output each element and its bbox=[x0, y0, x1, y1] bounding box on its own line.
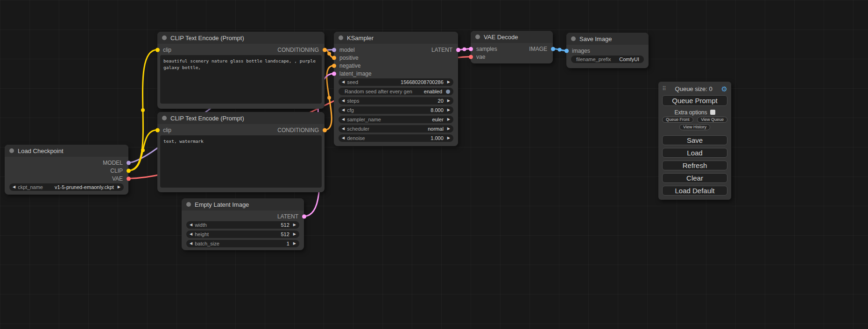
decrement-arrow-icon[interactable]: ◀ bbox=[342, 108, 345, 112]
queue-front-button[interactable]: Queue Front bbox=[662, 117, 693, 123]
node-load-checkpoint[interactable]: Load Checkpoint MODEL CLIP VAE ◀ ckpt_na… bbox=[5, 145, 128, 195]
load-default-button[interactable]: Load Default bbox=[662, 186, 727, 196]
node-title-bar[interactable]: Empty Latent Image bbox=[182, 198, 304, 210]
output-port-conditioning[interactable] bbox=[323, 128, 327, 132]
input-port-samples[interactable] bbox=[469, 47, 473, 51]
save-button[interactable]: Save bbox=[662, 135, 727, 145]
input-port-clip[interactable] bbox=[155, 128, 160, 132]
output-port-model[interactable] bbox=[127, 161, 131, 165]
node-title: Load Checkpoint bbox=[18, 147, 64, 154]
wire-clip-to-positive[interactable] bbox=[128, 50, 157, 171]
output-label-latent: LATENT bbox=[277, 213, 298, 220]
node-clip-text-encode-negative[interactable]: CLIP Text Encode (Prompt) clip CONDITION… bbox=[157, 112, 325, 192]
widget-random-seed-toggle[interactable]: Random seed after every gen enabled bbox=[339, 88, 453, 95]
output-port-latent[interactable] bbox=[302, 214, 306, 218]
widget-ckpt-name[interactable]: ◀ ckpt_name v1-5-pruned-emaonly.ckpt ▶ bbox=[9, 183, 124, 191]
load-button[interactable]: Load bbox=[662, 148, 727, 158]
wire-clip-to-negative[interactable] bbox=[128, 130, 157, 171]
node-title-bar[interactable]: Load Checkpoint bbox=[5, 145, 128, 157]
view-queue-button[interactable]: View Queue bbox=[697, 117, 727, 123]
collapse-dot-icon[interactable] bbox=[186, 202, 191, 207]
link-midpoint-dot[interactable] bbox=[463, 48, 466, 51]
link-midpoint-dot[interactable] bbox=[327, 96, 331, 100]
node-title-bar[interactable]: VAE Decode bbox=[471, 31, 553, 43]
output-port-vae[interactable] bbox=[127, 176, 131, 181]
decrement-arrow-icon[interactable]: ◀ bbox=[342, 99, 345, 103]
decrement-arrow-icon[interactable]: ◀ bbox=[13, 185, 15, 189]
widget-scheduler[interactable]: ◀ scheduler normal ▶ bbox=[339, 125, 453, 133]
output-port-latent[interactable] bbox=[456, 48, 460, 52]
widget-width[interactable]: ◀ width 512 ▶ bbox=[186, 221, 299, 229]
decrement-arrow-icon[interactable]: ◀ bbox=[190, 223, 192, 227]
decrement-arrow-icon[interactable]: ◀ bbox=[342, 118, 345, 121]
collapse-dot-icon[interactable] bbox=[339, 35, 343, 40]
output-port-clip[interactable] bbox=[127, 168, 131, 173]
collapse-dot-icon[interactable] bbox=[571, 36, 576, 41]
decrement-arrow-icon[interactable]: ◀ bbox=[342, 80, 345, 84]
collapse-dot-icon[interactable] bbox=[475, 35, 480, 39]
input-port-images[interactable] bbox=[565, 49, 569, 53]
collapse-dot-icon[interactable] bbox=[162, 116, 167, 120]
widget-sampler-name[interactable]: ◀ sampler_name euler ▶ bbox=[339, 116, 453, 123]
decrement-arrow-icon[interactable]: ◀ bbox=[342, 127, 345, 131]
widget-cfg[interactable]: ◀ cfg 8.000 ▶ bbox=[339, 106, 453, 114]
link-midpoint-dot[interactable] bbox=[558, 48, 562, 52]
output-label-latent: LATENT bbox=[431, 47, 452, 53]
node-title-bar[interactable]: Save Image bbox=[566, 33, 649, 45]
toggle-dot-icon[interactable] bbox=[446, 90, 450, 94]
node-ksampler[interactable]: KSampler model LATENT positive negative … bbox=[334, 32, 458, 146]
input-port-vae[interactable] bbox=[469, 55, 473, 59]
node-vae-decode[interactable]: VAE Decode samples IMAGE vae bbox=[471, 31, 553, 63]
widget-batch-size[interactable]: ◀ batch_size 1 ▶ bbox=[186, 240, 299, 247]
prompt-textarea[interactable]: text, watermark bbox=[160, 135, 322, 188]
increment-arrow-icon[interactable]: ▶ bbox=[293, 232, 296, 236]
node-save-image[interactable]: Save Image images filename_prefix ComfyU… bbox=[566, 33, 649, 68]
refresh-button[interactable]: Refresh bbox=[662, 161, 727, 170]
widget-height[interactable]: ◀ height 512 ▶ bbox=[186, 231, 299, 238]
drag-handle-icon[interactable]: ⠿ bbox=[662, 86, 666, 91]
widget-denoise[interactable]: ◀ denoise 1.000 ▶ bbox=[339, 134, 453, 142]
decrement-arrow-icon[interactable]: ◀ bbox=[190, 242, 192, 245]
input-port-negative[interactable] bbox=[332, 63, 336, 68]
widget-seed[interactable]: ◀ seed 156680208700286 ▶ bbox=[339, 78, 453, 86]
widget-value: v1-5-pruned-emaonly.ckpt bbox=[55, 184, 115, 190]
node-title-bar[interactable]: CLIP Text Encode (Prompt) bbox=[157, 32, 325, 44]
link-midpoint-dot[interactable] bbox=[141, 108, 145, 112]
input-port-latent-image[interactable] bbox=[332, 71, 336, 76]
input-port-positive[interactable] bbox=[332, 56, 336, 60]
queue-prompt-button[interactable]: Queue Prompt bbox=[662, 95, 727, 106]
input-port-model[interactable] bbox=[332, 48, 336, 52]
increment-arrow-icon[interactable]: ▶ bbox=[447, 136, 450, 140]
output-port-conditioning[interactable] bbox=[323, 48, 327, 52]
widget-value: enabled bbox=[424, 89, 444, 94]
clear-button[interactable]: Clear bbox=[662, 173, 727, 183]
collapse-dot-icon[interactable] bbox=[162, 35, 167, 40]
increment-arrow-icon[interactable]: ▶ bbox=[447, 127, 450, 131]
widget-steps[interactable]: ◀ steps 20 ▶ bbox=[339, 97, 453, 105]
increment-arrow-icon[interactable]: ▶ bbox=[447, 118, 450, 121]
prompt-textarea[interactable]: beautiful scenery nature glass bottle la… bbox=[160, 55, 322, 104]
increment-arrow-icon[interactable]: ▶ bbox=[447, 99, 450, 103]
output-port-image[interactable] bbox=[551, 47, 555, 51]
settings-gear-icon[interactable]: ⚙ bbox=[721, 85, 727, 92]
widget-filename-prefix[interactable]: filename_prefix ComfyUI bbox=[571, 56, 644, 63]
decrement-arrow-icon[interactable]: ◀ bbox=[342, 136, 345, 140]
increment-arrow-icon[interactable]: ▶ bbox=[447, 80, 450, 84]
output-label-model: MODEL bbox=[103, 160, 123, 166]
input-port-clip[interactable] bbox=[155, 48, 160, 52]
node-title-bar[interactable]: CLIP Text Encode (Prompt) bbox=[157, 112, 325, 124]
link-midpoint-dot[interactable] bbox=[141, 148, 145, 152]
view-history-button[interactable]: View History bbox=[679, 124, 710, 130]
node-clip-text-encode-positive[interactable]: CLIP Text Encode (Prompt) clip CONDITION… bbox=[157, 32, 325, 109]
extra-options-checkbox[interactable] bbox=[710, 110, 715, 115]
decrement-arrow-icon[interactable]: ◀ bbox=[190, 232, 192, 236]
node-title-bar[interactable]: KSampler bbox=[334, 32, 458, 44]
increment-arrow-icon[interactable]: ▶ bbox=[293, 223, 296, 227]
collapse-dot-icon[interactable] bbox=[9, 148, 14, 153]
input-label-vae: vae bbox=[476, 54, 485, 60]
increment-arrow-icon[interactable]: ▶ bbox=[447, 108, 450, 112]
link-midpoint-dot[interactable] bbox=[327, 52, 331, 56]
node-empty-latent-image[interactable]: Empty Latent Image LATENT ◀ width 512 ▶ … bbox=[182, 198, 304, 250]
increment-arrow-icon[interactable]: ▶ bbox=[293, 242, 296, 245]
increment-arrow-icon[interactable]: ▶ bbox=[118, 185, 120, 189]
